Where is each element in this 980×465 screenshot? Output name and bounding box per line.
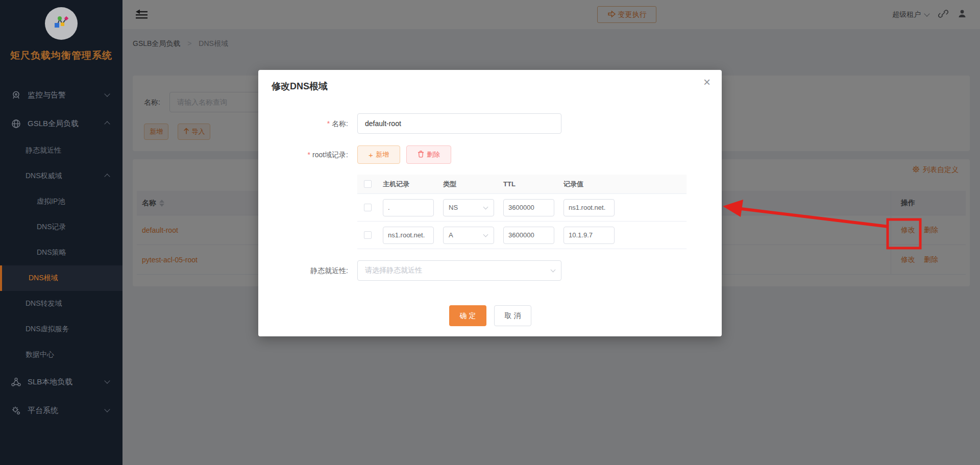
select-chevron-icon xyxy=(483,204,488,209)
sidebar-item-label: DNS虚拟服务 xyxy=(26,325,69,334)
chevron-down-icon xyxy=(104,406,110,412)
sidebar-item-label: DNS根域 xyxy=(29,274,58,283)
ttl-input[interactable] xyxy=(503,227,554,244)
record-delete-button[interactable]: 删除 xyxy=(406,145,451,164)
select-chevron-icon xyxy=(551,267,556,273)
record-row: NS xyxy=(357,194,687,222)
sidebar-item-platform[interactable]: 平台系统 xyxy=(0,396,122,425)
sidebar-item-label: DNS策略 xyxy=(37,248,66,257)
proximity-placeholder: 请选择静态就近性 xyxy=(358,266,422,275)
col-ttl: TTL xyxy=(498,180,558,188)
nodes-icon xyxy=(11,377,21,387)
records-table: 主机记录 类型 TTL 记录值 NS xyxy=(357,175,687,249)
sidebar-item-label: DNS记录 xyxy=(37,223,66,232)
screen: 矩尺负载均衡管理系统 监控与告警 xyxy=(0,0,980,465)
sidebar-item-gslb[interactable]: GSLB全局负载 xyxy=(0,109,122,138)
sidebar-item-label: 平台系统 xyxy=(28,406,58,415)
globe-icon xyxy=(11,119,21,129)
sidebar-item-label: 数据中心 xyxy=(26,350,54,359)
sidebar-item-label: GSLB全局负载 xyxy=(28,119,79,129)
trash-icon xyxy=(418,151,424,159)
col-type: 类型 xyxy=(438,180,498,189)
confirm-button[interactable]: 确 定 xyxy=(449,305,486,326)
camera-icon xyxy=(11,90,21,100)
gear-icon xyxy=(11,406,21,415)
record-value-input[interactable] xyxy=(564,199,615,216)
plus-icon: + xyxy=(369,151,373,159)
sidebar-menu: 监控与告警 GSLB全局负载 静态就近性 DNS权威域 xyxy=(0,81,122,425)
network-logo-icon xyxy=(52,13,70,34)
type-select[interactable]: A xyxy=(443,227,494,244)
cancel-button[interactable]: 取 消 xyxy=(494,305,531,326)
records-field-label: *root域记录: xyxy=(258,145,348,164)
modal-name-input[interactable] xyxy=(357,113,561,134)
sidebar: 矩尺负载均衡管理系统 监控与告警 xyxy=(0,0,122,465)
select-all-checkbox[interactable] xyxy=(364,180,372,188)
chevron-up-icon xyxy=(104,174,110,179)
select-chevron-icon xyxy=(483,232,488,237)
chevron-down-icon xyxy=(104,91,110,96)
app-logo xyxy=(45,7,78,40)
sidebar-item-dns-records[interactable]: DNS记录 xyxy=(0,214,122,240)
sidebar-item-label: DNS权威域 xyxy=(26,172,62,181)
ttl-input[interactable] xyxy=(503,199,554,216)
required-mark: * xyxy=(327,119,330,128)
host-record-input[interactable] xyxy=(383,199,434,216)
sidebar-item-virtual-ip-pool[interactable]: 虚拟IP池 xyxy=(0,189,122,214)
sidebar-item-dns-virtual-service[interactable]: DNS虚拟服务 xyxy=(0,316,122,342)
sidebar-item-dns-forward-domain[interactable]: DNS转发域 xyxy=(0,291,122,316)
app-title: 矩尺负载均衡管理系统 xyxy=(0,49,122,62)
col-record-value: 记录值 xyxy=(558,180,687,189)
proximity-select[interactable]: 请选择静态就近性 xyxy=(357,260,561,281)
sidebar-item-label: 虚拟IP池 xyxy=(37,197,65,206)
chevron-down-icon xyxy=(104,378,110,383)
record-value-input[interactable] xyxy=(564,227,615,244)
name-field-label: *名称: xyxy=(258,113,348,134)
sidebar-item-static-proximity[interactable]: 静态就近性 xyxy=(0,138,122,163)
record-delete-label: 删除 xyxy=(427,150,440,159)
sidebar-item-slb[interactable]: SLB本地负载 xyxy=(0,368,122,396)
modal-title: 修改DNS根域 xyxy=(272,80,328,92)
chevron-up-icon xyxy=(104,121,110,127)
records-table-header: 主机记录 类型 TTL 记录值 xyxy=(357,175,687,194)
record-add-label: 新增 xyxy=(376,150,389,159)
sidebar-item-data-center[interactable]: 数据中心 xyxy=(0,342,122,368)
row-checkbox[interactable] xyxy=(364,231,372,239)
col-host-record: 主机记录 xyxy=(378,180,438,189)
sidebar-item-dns-root-domain[interactable]: DNS根域 xyxy=(0,265,122,291)
sidebar-item-label: DNS转发域 xyxy=(26,299,62,308)
sidebar-item-label: 静态就近性 xyxy=(26,146,61,155)
record-add-button[interactable]: + 新增 xyxy=(357,145,400,164)
host-record-input[interactable] xyxy=(383,227,434,244)
sidebar-item-dns-authority[interactable]: DNS权威域 xyxy=(0,163,122,189)
sidebar-item-dns-policy[interactable]: DNS策略 xyxy=(0,240,122,265)
close-icon[interactable]: × xyxy=(703,76,710,88)
sidebar-item-label: 监控与告警 xyxy=(28,90,66,100)
record-row: A xyxy=(357,222,687,249)
type-select[interactable]: NS xyxy=(443,199,494,216)
edit-dns-root-modal: 修改DNS根域 × *名称: *root域记录: + 新增 删除 xyxy=(258,70,722,336)
proximity-field-label: 静态就近性: xyxy=(258,260,348,281)
required-mark: * xyxy=(308,151,310,159)
row-checkbox[interactable] xyxy=(364,204,372,211)
sidebar-item-monitoring[interactable]: 监控与告警 xyxy=(0,81,122,109)
sidebar-item-label: SLB本地负载 xyxy=(28,377,72,387)
